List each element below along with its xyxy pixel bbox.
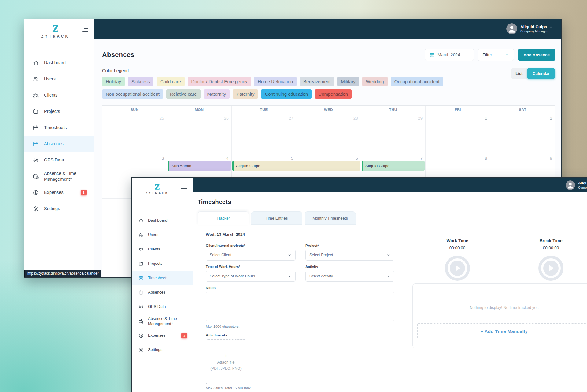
month-picker-button[interactable]: March 2024 xyxy=(425,49,474,61)
project-select-value: Select Project xyxy=(309,253,333,257)
date-number: 27 xyxy=(289,116,293,120)
work-hours-label: Type of Work Hours* xyxy=(206,265,296,268)
add-time-manually-button[interactable]: + Add Time Manually xyxy=(417,323,587,339)
legend-row-2: Non occupational accidentRelative careMa… xyxy=(102,89,443,99)
work-hours-select[interactable]: Select Type of Work Hours xyxy=(206,271,296,282)
tab-tracker[interactable]: Tracker xyxy=(198,211,249,225)
signal-icon xyxy=(138,304,144,309)
zytrack-logo: Z ZYTRACK xyxy=(137,183,177,195)
sidebar-item-settings[interactable]: Settings xyxy=(24,201,94,217)
attach-file-text: Attach file xyxy=(217,360,234,364)
user-role: Company Manager xyxy=(520,30,553,33)
date-heading: Wed, 13 March 2024 xyxy=(206,232,587,237)
sidebar-item-timesheets[interactable]: Timesheets xyxy=(132,271,193,285)
sidebar-nav: DashboardUsersClientsProjectsTimesheetsA… xyxy=(24,55,94,217)
date-number: 9 xyxy=(550,156,552,161)
user-menu[interactable]: Aliquid Culpa Company Manager xyxy=(566,180,587,190)
sidebar-item-absence-time-management[interactable]: Absence & Time Management⁺ xyxy=(24,168,94,184)
calendar-event[interactable]: Aliquid Culpa xyxy=(232,161,360,171)
hamburger-menu-icon[interactable] xyxy=(82,27,88,33)
sidebar-item-absences[interactable]: Absences xyxy=(24,136,94,152)
date-number: 2 xyxy=(550,116,552,120)
sidebar-item-users[interactable]: Users xyxy=(132,228,193,242)
user-menu[interactable]: Aliquid Culpa Company Manager xyxy=(506,23,553,34)
tab-monthly-timesheets[interactable]: Monthly Timesheets xyxy=(305,211,356,225)
sidebar-item-timesheets[interactable]: Timesheets xyxy=(24,120,94,136)
project-label: Project* xyxy=(305,244,394,247)
calendar-view-button[interactable]: Calendar xyxy=(527,68,555,79)
break-time-label: Break Time xyxy=(520,238,581,243)
sidebar-item-expenses[interactable]: Expenses1 xyxy=(24,184,94,201)
filter-button[interactable]: Filter xyxy=(478,49,514,61)
work-timer-play-button[interactable] xyxy=(445,256,470,281)
legend-chip-holiday: Holiday xyxy=(102,77,125,86)
sidebar-item-projects[interactable]: Projects xyxy=(132,257,193,271)
chevron-down-icon xyxy=(549,25,553,29)
calendar-cell[interactable]: 1 xyxy=(426,114,490,154)
calendar-event[interactable]: Sub Admin xyxy=(168,161,231,171)
date-number: 8 xyxy=(485,156,487,161)
calendar-cell[interactable]: 29 xyxy=(361,114,426,154)
sidebar-item-label: Dashboard xyxy=(148,218,170,223)
calendar-cell[interactable]: 26 xyxy=(167,114,231,154)
attach-file-dropzone[interactable]: + Attach file (PDF, JPEG, PNG) xyxy=(206,339,246,384)
calendar-check-icon xyxy=(33,141,39,147)
calendar-cell[interactable]: 27 xyxy=(232,114,296,154)
sidebar-item-absence-time-management[interactable]: Absence & Time Management⁺ xyxy=(132,314,193,328)
calendar-cell[interactable]: 25 xyxy=(102,114,167,154)
sidebar-item-label: Absence & Time Management⁺ xyxy=(148,316,193,326)
clients-icon xyxy=(138,247,144,252)
attach-formats: (PDF, JPEG, PNG) xyxy=(210,366,241,371)
break-time-value: 00:00:00 xyxy=(520,246,581,250)
sidebar-item-dashboard[interactable]: Dashboard xyxy=(24,55,94,71)
date-number: 5 xyxy=(291,156,294,161)
project-select[interactable]: Select Project xyxy=(305,250,394,261)
day-header-mon: MON xyxy=(167,106,231,114)
legend-chip-occupational-accident: Occupational accident xyxy=(391,77,443,86)
sidebar-item-gps-data[interactable]: GPS Data xyxy=(24,152,94,168)
activity-select[interactable]: Select Activity xyxy=(305,271,394,282)
date-number: 28 xyxy=(353,116,358,120)
legend-chip-child-care: Child care xyxy=(157,77,185,86)
sidebar-item-absences[interactable]: Absences xyxy=(132,285,193,300)
tab-time-entries[interactable]: Time Entries xyxy=(251,211,302,225)
notes-input[interactable] xyxy=(206,292,394,321)
client-select[interactable]: Select Client xyxy=(206,250,296,261)
work-time-value: 00:00:00 xyxy=(427,246,488,250)
add-absence-button[interactable]: Add Absence xyxy=(518,49,555,61)
expenses-badge: 1 xyxy=(181,333,187,338)
hamburger-menu-icon[interactable] xyxy=(181,186,187,191)
list-view-button[interactable]: List xyxy=(511,68,527,79)
sidebar-item-clients[interactable]: Clients xyxy=(132,242,193,257)
sidebar-item-clients[interactable]: Clients xyxy=(24,87,94,103)
top-header: Aliquid Culpa Company Manager xyxy=(193,178,587,192)
chevron-down-icon xyxy=(386,253,390,257)
sidebar-item-gps-data[interactable]: GPS Data xyxy=(132,300,193,314)
dollar-icon xyxy=(138,333,144,338)
signal-icon xyxy=(33,157,39,163)
calendar-event[interactable]: Aliquid Culpa xyxy=(362,161,425,171)
sidebar-item-label: Timesheets xyxy=(44,125,69,130)
calendar-cell[interactable]: 28 xyxy=(296,114,361,154)
user-role: Company Manager xyxy=(578,186,587,189)
legend-chip-maternity: Maternity xyxy=(204,89,230,99)
filter-label: Filter xyxy=(482,52,492,57)
calendar-cell[interactable]: 2 xyxy=(490,114,555,154)
sidebar-item-dashboard[interactable]: Dashboard xyxy=(132,213,193,228)
sidebar-item-expenses[interactable]: Expenses1 xyxy=(132,328,193,343)
notes-label: Notes xyxy=(206,286,394,290)
calendar-check-icon xyxy=(138,290,144,295)
sidebar: Z ZYTRACK DashboardUsersClientsProjectsT… xyxy=(24,19,94,277)
sidebar-item-projects[interactable]: Projects xyxy=(24,103,94,120)
break-timer-play-button[interactable] xyxy=(538,256,563,281)
sidebar-item-settings[interactable]: Settings xyxy=(132,343,193,357)
sidebar-item-label: Clients xyxy=(148,247,163,252)
date-number: 1 xyxy=(485,116,487,120)
sidebar-item-label: Expenses xyxy=(44,190,66,195)
day-header-sat: SAT xyxy=(490,106,555,114)
legend-chip-continuing-education: Continuing education xyxy=(261,89,312,99)
gear-icon xyxy=(33,206,39,212)
sidebar-item-users[interactable]: Users xyxy=(24,71,94,87)
top-header: Aliquid Culpa Company Manager xyxy=(94,19,561,39)
dollar-icon xyxy=(33,190,39,196)
